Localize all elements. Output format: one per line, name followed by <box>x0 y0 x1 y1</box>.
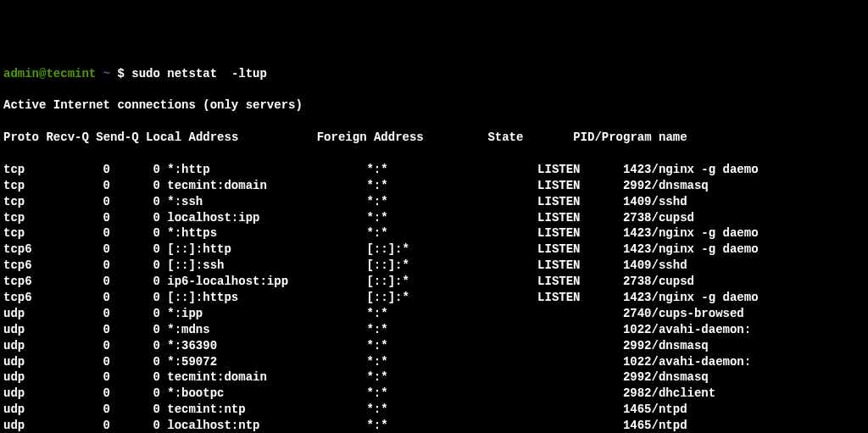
col-foreign: Foreign Address <box>317 130 424 144</box>
col-recvq: Recv-Q <box>46 130 88 144</box>
output-header: Active Internet connections (only server… <box>3 97 865 114</box>
col-pid: PID/Program name <box>573 130 687 144</box>
table-row: udp 0 0 *:bootpc *:* 2982/dhclient <box>3 386 865 402</box>
col-local: Local Address <box>146 130 238 144</box>
table-row: udp 0 0 *:ipp *:* 2740/cups-browsed <box>3 306 865 322</box>
output-rows: tcp 0 0 *:http *:* LISTEN 1423/nginx -g … <box>3 162 865 433</box>
table-row: tcp6 0 0 [::]:ssh [::]:* LISTEN 1409/ssh… <box>3 258 865 274</box>
prompt-host: tecmint <box>46 67 96 80</box>
table-row: udp 0 0 localhost:ntp *:* 1465/ntpd <box>3 418 865 433</box>
command-text: sudo netstat -ltup <box>131 67 267 80</box>
table-row: tcp 0 0 tecmint:domain *:* LISTEN 2992/d… <box>3 178 865 194</box>
prompt-tilde: ~ <box>103 67 110 80</box>
table-row: tcp 0 0 *:https *:* LISTEN 1423/nginx -g… <box>3 225 865 241</box>
table-row: udp 0 0 tecmint:ntp *:* 1465/ntpd <box>3 402 865 418</box>
table-row: udp 0 0 *:mdns *:* 1022/avahi-daemon: <box>3 322 865 338</box>
table-row: tcp 0 0 *:ssh *:* LISTEN 1409/sshd <box>3 194 865 210</box>
prompt-dollar: $ <box>117 67 124 80</box>
table-row: udp 0 0 *:36390 *:* 2992/dnsmasq <box>3 338 865 354</box>
prompt-line-1: admin@tecmint ~ $ sudo netstat -ltup <box>3 66 865 82</box>
table-row: tcp6 0 0 [::]:http [::]:* LISTEN 1423/ng… <box>3 241 865 258</box>
table-row: tcp 0 0 *:http *:* LISTEN 1423/nginx -g … <box>3 162 865 178</box>
column-headers: Proto Recv-Q Send-Q Local Address Foreig… <box>3 130 865 146</box>
table-row: tcp6 0 0 ip6-localhost:ipp [::]:* LISTEN… <box>3 274 865 290</box>
col-sendq: Send-Q <box>96 130 138 144</box>
col-state: State <box>487 130 523 144</box>
col-proto: Proto <box>3 130 39 144</box>
table-row: udp 0 0 *:59072 *:* 1022/avahi-daemon: <box>3 354 865 370</box>
table-row: tcp 0 0 localhost:ipp *:* LISTEN 2738/cu… <box>3 210 865 226</box>
table-row: udp 0 0 tecmint:domain *:* 2992/dnsmasq <box>3 369 865 386</box>
table-row: tcp6 0 0 [::]:https [::]:* LISTEN 1423/n… <box>3 290 865 306</box>
prompt-user: admin <box>3 67 39 80</box>
